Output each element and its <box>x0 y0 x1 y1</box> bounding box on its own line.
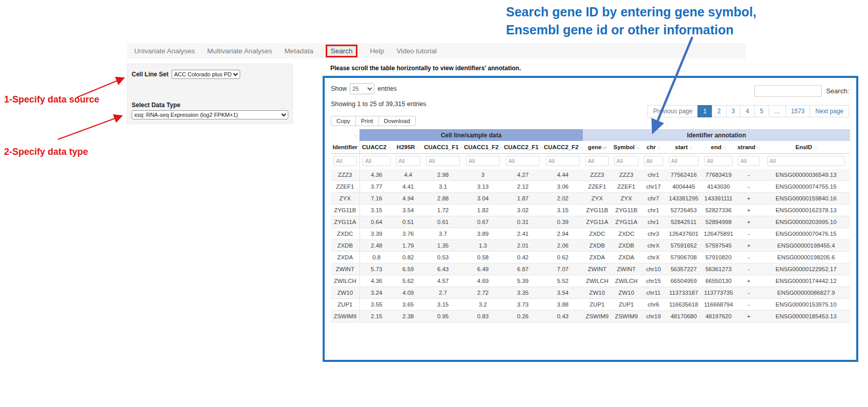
filter-input-cuacc2-f2[interactable] <box>546 156 580 166</box>
column-label: chr <box>647 144 656 150</box>
filter-input-gene[interactable] <box>585 156 609 166</box>
cell-start: 66504959 <box>666 275 702 287</box>
filter-input-strand[interactable] <box>738 156 759 166</box>
page-length-select[interactable]: 25 <box>350 83 374 94</box>
cell-cuacc1-f2: 3.89 <box>463 228 503 240</box>
column-header-strand[interactable]: strand↑↓ <box>735 141 762 154</box>
nav-item-multivariate-analyses[interactable]: Multivariate Analyses <box>207 47 272 55</box>
column-header-cuacc1-f1[interactable]: CUACC1_F1↑↓ <box>423 141 463 154</box>
filter-input-end[interactable] <box>704 156 732 166</box>
column-header-start[interactable]: start↑↓ <box>666 141 702 154</box>
table-row: ZXDC3.393.763.73.892.412.94ZXDCZXDCchr31… <box>331 228 850 240</box>
cell-cuacc1-f1: 1.35 <box>423 240 463 252</box>
cell-h295r: 3.54 <box>393 205 423 216</box>
cell-cuacc1-f2: 0.83 <box>463 311 503 322</box>
cell-ensid: ENSG00000162378.13 <box>762 205 850 216</box>
column-header-chr[interactable]: chr↑↓ <box>641 141 666 154</box>
cell-end: 4143030 <box>702 181 735 193</box>
page-button-4[interactable]: 4 <box>740 105 755 117</box>
annotation-search-note-line1: Search gene ID by entering gene symbol, <box>506 3 756 21</box>
page-ellipsis[interactable]: … <box>769 105 786 117</box>
next-page-button[interactable]: Next page <box>810 105 849 117</box>
identifier-sort-control[interactable]: ↑↓ <box>331 129 359 141</box>
cell-chr: chr1 <box>641 205 666 216</box>
cell-gene: ZZZ3 <box>583 169 611 181</box>
table-row: ZUP13.553.653.153.23.733.88ZUP1ZUP1chr61… <box>331 299 850 311</box>
cell-ensid: ENSG00000070476.15 <box>762 228 850 240</box>
cell-chr: chr15 <box>641 275 666 287</box>
cell-cuacc2: 4.36 <box>359 275 393 287</box>
cell-ensid: ENSG00000159840.16 <box>762 193 850 205</box>
filter-input-cuacc2-f1[interactable] <box>506 156 540 166</box>
page-button-1[interactable]: 1 <box>697 105 712 117</box>
cell-cuacc2-f2: 7.07 <box>543 263 583 275</box>
cell-strand: - <box>735 228 762 240</box>
filter-input-identifier[interactable] <box>333 156 357 166</box>
cell-cuacc1-f2: 2.72 <box>463 287 503 299</box>
column-header-h295r[interactable]: H295R↑↓ <box>393 141 423 154</box>
cell-strand: + <box>735 205 762 216</box>
filter-input-symbol[interactable] <box>614 156 639 166</box>
cell-cuacc2: 3.24 <box>359 287 393 299</box>
cell-ensid: ENSG00000198455.4 <box>762 240 850 252</box>
data-source-panel: Cell Line Set ACC Colorado plus PDX Sele… <box>127 64 293 124</box>
table-row: ZXDA0.80.820.530.580.420.62ZXDAZXDAchrX5… <box>331 252 850 263</box>
cell-end: 116668794 <box>702 299 735 311</box>
column-header-ensid[interactable]: EnsID↑↓ <box>762 141 850 154</box>
cell-cuacc2-f1: 2.41 <box>503 228 543 240</box>
cell-end: 126475891 <box>702 228 735 240</box>
filter-input-h295r[interactable] <box>396 156 420 166</box>
nav-item-video-tutorial[interactable]: Video tutorial <box>396 47 437 55</box>
cell-strand: - <box>735 287 762 299</box>
column-header-cuacc2-f1[interactable]: CUACC2_F1↑↓ <box>503 141 543 154</box>
filter-input-chr[interactable] <box>644 156 664 166</box>
cell-identifier: ZUP1 <box>331 299 359 311</box>
column-header-identifier[interactable]: Identifier <box>331 141 359 154</box>
filter-input-start[interactable] <box>669 156 699 166</box>
previous-page-button[interactable]: Previous page <box>647 105 698 117</box>
cell-symbol: ZXDC <box>611 228 641 240</box>
page-button-3[interactable]: 3 <box>726 105 741 117</box>
column-header-cuacc2[interactable]: CUACC2↑↓ <box>359 141 393 154</box>
column-label: end <box>711 144 721 150</box>
cell-end: 77683419 <box>702 169 735 181</box>
page-button-2[interactable]: 2 <box>712 105 727 117</box>
table-search-input[interactable] <box>754 85 822 97</box>
column-header-symbol[interactable]: Symbol↑↓ <box>611 141 641 154</box>
nav-item-metadata[interactable]: Metadata <box>284 47 313 55</box>
print-button[interactable]: Print <box>355 116 379 126</box>
cell-end: 66550130 <box>702 275 735 287</box>
copy-button[interactable]: Copy <box>331 116 356 126</box>
nav-item-univariate-analyses[interactable]: Univariate Analyses <box>134 47 195 55</box>
filter-input-cuacc1-f1[interactable] <box>426 156 460 166</box>
cell-ensid: ENSG00000153975.10 <box>762 299 850 311</box>
scroll-hint-text: Please scroll the table horizontally to … <box>330 65 521 72</box>
nav-item-help[interactable]: Help <box>370 47 384 55</box>
filter-input-cuacc2[interactable] <box>363 156 391 166</box>
cell-cuacc1-f1: 0.53 <box>423 252 463 263</box>
cell-gene: ZXDC <box>583 228 611 240</box>
cell-line-set-select[interactable]: ACC Colorado plus PDX <box>172 70 240 79</box>
nav-item-search[interactable]: Search <box>326 45 358 57</box>
column-header-cuacc2-f2[interactable]: CUACC2_F2↑↓ <box>543 141 583 154</box>
filter-input-cuacc1-f2[interactable] <box>466 156 500 166</box>
table-row: ZYG11A0.640.510.610.670.310.39ZYG11AZYG1… <box>331 216 850 228</box>
column-header-end[interactable]: end↑↓ <box>702 141 735 154</box>
cell-cuacc1-f2: 3.04 <box>463 193 503 205</box>
cell-cuacc1-f2: 1.82 <box>463 205 503 216</box>
column-header-gene[interactable]: gene↓↑ <box>583 141 611 154</box>
page-button-5[interactable]: 5 <box>754 105 769 117</box>
cell-line-set-label: Cell Line Set <box>132 71 168 78</box>
download-button[interactable]: Download <box>378 116 416 126</box>
cell-symbol: ZYG11B <box>611 205 641 216</box>
page-button-1573[interactable]: 1573 <box>786 105 811 117</box>
cell-chr: chr1 <box>641 216 666 228</box>
annotation-step2: 2-Specify data type <box>4 147 88 157</box>
data-type-select[interactable]: xsq: RNA-seq Expression (log2 FPKM+1) <box>132 110 288 119</box>
column-header-cuacc1-f2[interactable]: CUACC1_F2↑↓ <box>463 141 503 154</box>
cell-identifier: ZW10 <box>331 287 359 299</box>
filter-input-ensid[interactable] <box>767 156 845 166</box>
cell-strand: - <box>735 181 762 193</box>
cell-cuacc1-f2: 0.58 <box>463 252 503 263</box>
table-row: ZYX7.164.942.883.041.872.02ZYXZYXchr7143… <box>331 193 850 205</box>
